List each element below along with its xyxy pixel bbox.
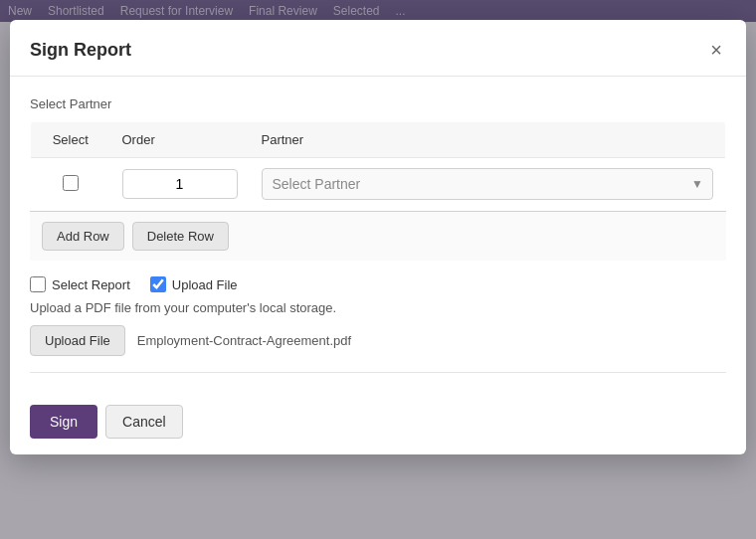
upload-info-text: Upload a PDF file from your computer's l…	[30, 300, 726, 315]
cancel-button[interactable]: Cancel	[105, 405, 183, 439]
select-cell	[31, 158, 110, 211]
select-report-label: Select Report	[52, 277, 130, 292]
select-report-item: Select Report	[30, 276, 130, 292]
partner-table: Select Order Partner Se	[30, 121, 726, 211]
upload-file-checkbox[interactable]	[150, 276, 166, 292]
partner-cell: Select Partner ▼	[250, 158, 726, 211]
modal-body: Select Partner Select Order Partner	[10, 77, 746, 393]
table-actions: Add Row Delete Row	[30, 211, 726, 261]
col-order: Order	[110, 122, 250, 158]
upload-file-label: Upload File	[172, 277, 238, 292]
order-input[interactable]	[122, 169, 238, 199]
col-select: Select	[31, 122, 110, 158]
modal-footer: Sign Cancel	[10, 393, 746, 454]
modal-divider	[30, 372, 726, 373]
partner-select[interactable]: Select Partner	[262, 168, 714, 200]
upload-file-item: Upload File	[150, 276, 238, 292]
row-select-checkbox[interactable]	[63, 175, 79, 191]
table-header-row: Select Order Partner	[31, 122, 726, 158]
upload-row: Upload File Employment-Contract-Agreemen…	[30, 325, 726, 356]
close-button[interactable]: ×	[706, 36, 726, 64]
col-partner: Partner	[250, 122, 726, 158]
add-row-button[interactable]: Add Row	[42, 222, 124, 251]
uploaded-filename: Employment-Contract-Agreement.pdf	[137, 333, 351, 348]
modal-header: Sign Report ×	[10, 20, 746, 77]
section-label: Select Partner	[30, 96, 726, 111]
order-cell	[110, 158, 250, 211]
checkbox-row: Select Report Upload File	[30, 276, 726, 292]
select-report-checkbox[interactable]	[30, 276, 46, 292]
partner-select-wrapper: Select Partner ▼	[262, 168, 714, 200]
upload-file-button[interactable]: Upload File	[30, 325, 125, 356]
modal-title: Sign Report	[30, 40, 131, 61]
table-row: Select Partner ▼	[31, 158, 726, 211]
sign-button[interactable]: Sign	[30, 405, 97, 439]
sign-report-modal: Sign Report × Select Partner Select Orde…	[10, 20, 746, 454]
delete-row-button[interactable]: Delete Row	[132, 222, 229, 251]
